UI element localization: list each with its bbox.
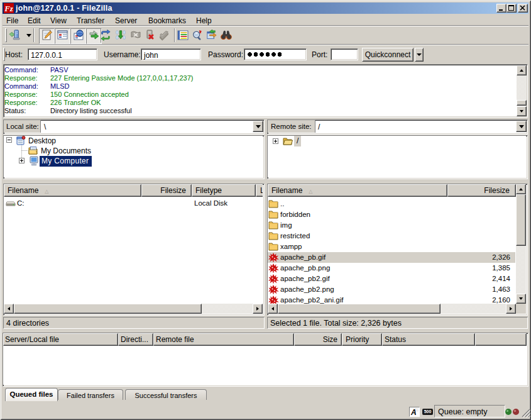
svg-text:Fz: Fz — [4, 4, 14, 13]
